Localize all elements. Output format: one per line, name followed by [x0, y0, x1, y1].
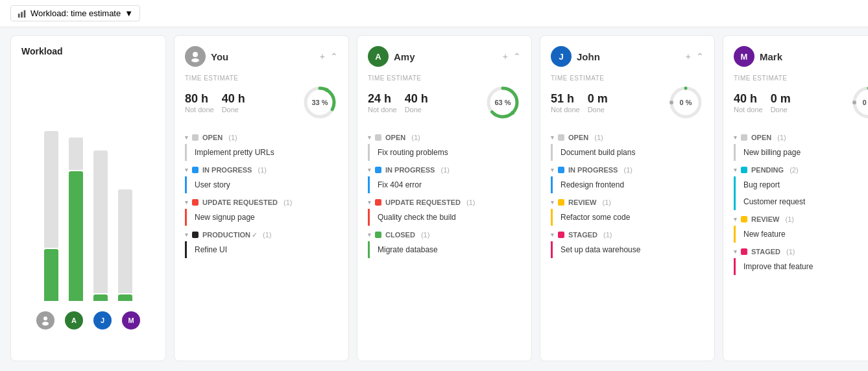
not-done-label: Not done [368, 106, 397, 114]
chevron-icon: ▾ [368, 134, 371, 141]
workload-label: Workload: time estimate [30, 8, 121, 18]
add-icon[interactable]: + [686, 51, 691, 62]
time-row: 51 h Not done 0 m Done 0 % [551, 84, 704, 121]
section-production: ▾ PRODUCTION✓ (1) Refine UI [185, 228, 338, 258]
card-header: A Amy + ⌃ [368, 46, 521, 67]
chevron-icon: ▾ [734, 134, 737, 141]
section-header[interactable]: ▾ PRODUCTION✓ (1) [185, 228, 338, 241]
section-header[interactable]: ▾ IN PROGRESS (1) [551, 163, 704, 176]
chevron-icon: ▾ [551, 232, 554, 238]
section-review: ▾ REVIEW (1) New feature [734, 213, 868, 243]
done-block: 0 m Done [588, 92, 608, 114]
status-count: (1) [419, 231, 430, 239]
section-header[interactable]: ▾ OPEN (1) [368, 131, 521, 144]
card-header: J John + ⌃ [551, 46, 704, 67]
section-header[interactable]: ▾ STAGED (1) [734, 245, 868, 258]
chevron-icon: ▾ [734, 248, 737, 255]
section-header[interactable]: ▾ OPEN (1) [734, 131, 868, 144]
status-dot [741, 248, 747, 255]
task-item: New feature [734, 226, 868, 243]
card-amy: A Amy + ⌃ TIME ESTIMATE 24 h Not done 40… [357, 35, 532, 361]
svg-point-3 [43, 317, 47, 320]
dropdown-arrow: ▼ [125, 8, 133, 18]
status-count: (1) [783, 215, 794, 223]
status-label: IN PROGRESS [202, 166, 252, 174]
done-value: 40 h [222, 92, 245, 106]
add-icon[interactable]: + [320, 51, 325, 62]
collapse-icon[interactable]: ⌃ [330, 51, 338, 62]
card-actions: + ⌃ [503, 51, 521, 62]
status-count: (1) [784, 248, 795, 256]
not-done-label: Not done [185, 106, 214, 114]
production-check-icon: ✓ [252, 232, 257, 239]
avatar-john: J [551, 46, 572, 67]
section-header[interactable]: ▾ UPDATE REQUESTED (1) [368, 196, 521, 209]
time-row: 40 h Not done 0 m Done 0 % [734, 84, 868, 121]
status-label: STAGED [751, 248, 780, 256]
section-in-progress: ▾ IN PROGRESS (1) Redesign frontend [551, 163, 704, 193]
section-header[interactable]: ▾ CLOSED (1) [368, 228, 521, 241]
section-open: ▾ OPEN (1) Implement pretty URLs [185, 131, 338, 161]
bar-mark [118, 93, 132, 301]
bar-green-john [93, 294, 108, 301]
section-update-requested: ▾ UPDATE REQUESTED (1) New signup page [185, 196, 338, 226]
section-header[interactable]: ▾ STAGED (1) [551, 228, 704, 241]
status-count: (1) [439, 166, 450, 174]
status-label: CLOSED [385, 231, 415, 239]
done-value: 0 m [771, 92, 791, 106]
time-estimate-label: TIME ESTIMATE [734, 75, 868, 82]
svg-rect-2 [24, 10, 26, 17]
avatar-john: J [93, 311, 112, 329]
status-count: (1) [621, 166, 633, 174]
bar-green-amy [69, 171, 83, 301]
card-you: You + ⌃ TIME ESTIMATE 80 h Not done 40 h… [174, 35, 349, 361]
status-dot [741, 134, 747, 141]
time-row: 80 h Not done 40 h Done 33 % [185, 84, 338, 121]
section-header[interactable]: ▾ REVIEW (1) [734, 213, 868, 226]
status-count: (1) [592, 134, 603, 141]
bar-gray-you [44, 131, 58, 248]
donut-label: 0 % [863, 99, 868, 106]
sidebar-title: Workload [21, 46, 155, 56]
person-name: Mark [760, 51, 863, 62]
section-header[interactable]: ▾ IN PROGRESS (1) [368, 163, 521, 176]
chart-area: A J M [21, 64, 155, 329]
status-dot [558, 232, 564, 238]
task-item: Refactor some code [551, 209, 704, 226]
section-header[interactable]: ▾ UPDATE REQUESTED (1) [185, 196, 338, 209]
chevron-icon: ▾ [368, 199, 371, 206]
collapse-icon[interactable]: ⌃ [513, 51, 521, 62]
section-header[interactable]: ▾ IN PROGRESS (1) [185, 163, 338, 176]
time-row: 24 h Not done 40 h Done 63 % [368, 84, 521, 121]
status-count: (1) [256, 166, 267, 174]
status-count: (2) [788, 166, 799, 174]
add-icon[interactable]: + [503, 51, 508, 62]
section-open: ▾ OPEN (1) Document build plans [551, 131, 704, 161]
not-done-label: Not done [551, 106, 580, 114]
chevron-icon: ▾ [551, 167, 554, 173]
workload-dropdown[interactable]: Workload: time estimate ▼ [10, 5, 140, 21]
collapse-icon[interactable]: ⌃ [696, 51, 704, 62]
section-header[interactable]: ▾ PENDING (2) [734, 163, 868, 176]
donut-wrap: 33 % [302, 84, 338, 121]
status-count: (1) [775, 134, 786, 141]
task-item: Implement pretty URLs [185, 144, 338, 161]
chevron-icon: ▾ [185, 199, 188, 206]
not-done-block: 80 h Not done [185, 92, 214, 114]
done-label: Done [771, 106, 791, 114]
svg-rect-1 [21, 12, 23, 18]
not-done-block: 51 h Not done [551, 92, 580, 114]
svg-point-6 [191, 58, 199, 62]
not-done-value: 40 h [734, 92, 763, 106]
person-name: Amy [394, 51, 498, 62]
section-header[interactable]: ▾ OPEN (1) [185, 131, 338, 144]
workload-sidebar: Workload [10, 35, 166, 361]
not-done-label: Not done [734, 106, 763, 114]
section-header[interactable]: ▾ REVIEW (1) [551, 196, 704, 209]
section-header[interactable]: ▾ OPEN (1) [551, 131, 704, 144]
donut-wrap: 0 % [850, 84, 868, 121]
svg-point-15 [669, 101, 673, 104]
chevron-icon: ▾ [185, 232, 188, 238]
status-label: OPEN [385, 134, 405, 141]
task-item: Refine UI [185, 241, 338, 258]
